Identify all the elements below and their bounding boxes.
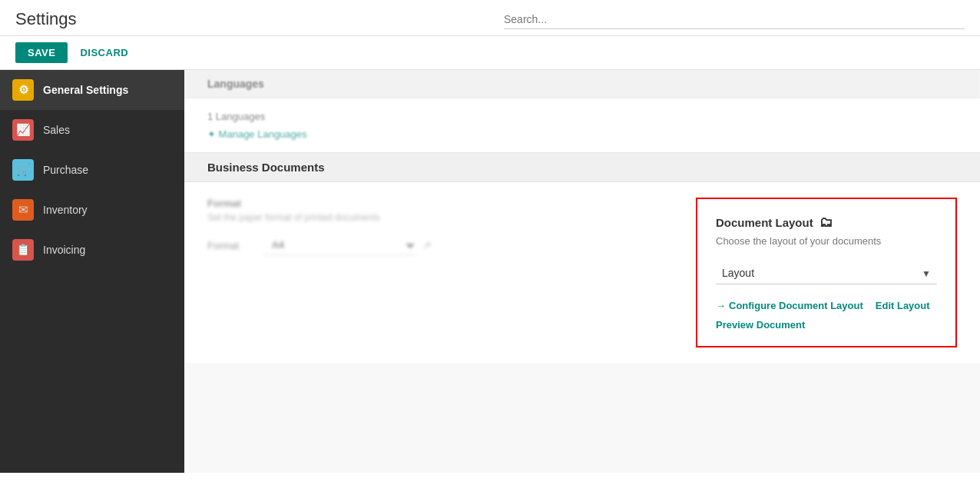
sidebar-item-inventory[interactable]: ✉ Inventory bbox=[0, 190, 184, 230]
preview-document-link[interactable]: Preview Document bbox=[716, 319, 937, 331]
sidebar-item-label-sales: Sales bbox=[43, 124, 70, 136]
format-row: Format A4 Letter ↗ bbox=[207, 235, 673, 255]
format-select[interactable]: A4 Letter bbox=[263, 235, 416, 255]
format-row-label: Format bbox=[207, 240, 253, 251]
doc-layout-title-text: Document Layout bbox=[716, 216, 813, 229]
arrow-icon: → bbox=[716, 300, 726, 311]
doc-layout-actions: → Configure Document Layout Edit Layout … bbox=[716, 300, 937, 331]
sidebar-item-purchase[interactable]: 🛒 Purchase bbox=[0, 150, 184, 190]
sidebar-item-label-inventory: Inventory bbox=[43, 204, 88, 216]
doc-layout-title: Document Layout 🗂 bbox=[716, 214, 937, 231]
invoicing-icon: 📋 bbox=[12, 239, 34, 261]
top-bar: Settings bbox=[0, 0, 980, 36]
sidebar-item-general[interactable]: ⚙ General Settings bbox=[0, 70, 184, 110]
edit-link-text: Edit Layout bbox=[876, 300, 930, 311]
document-layout-box: Document Layout 🗂 Choose the layout of y… bbox=[696, 198, 957, 347]
doc-layout-icon: 🗂 bbox=[819, 214, 833, 231]
sidebar-item-sales[interactable]: 📈 Sales bbox=[0, 110, 184, 150]
configure-link-text: Configure Document Layout bbox=[729, 300, 863, 311]
main-layout: ⚙ General Settings 📈 Sales 🛒 Purchase ✉ … bbox=[0, 70, 980, 473]
sidebar-item-label-invoicing: Invoicing bbox=[43, 244, 85, 256]
preview-link-text: Preview Document bbox=[716, 319, 805, 331]
format-description: Set the paper format of printed document… bbox=[207, 212, 673, 223]
purchase-icon: 🛒 bbox=[12, 159, 34, 181]
general-settings-icon: ⚙ bbox=[12, 79, 34, 101]
action-bar: SAVE DISCARD bbox=[0, 36, 980, 70]
discard-button[interactable]: DISCARD bbox=[68, 42, 141, 63]
languages-section-content: 1 Languages ✦ Manage Languages bbox=[184, 98, 980, 153]
layout-select[interactable]: Layout Light Boxed Bold Clean bbox=[716, 262, 937, 284]
doc-layout-description: Choose the layout of your documents bbox=[716, 235, 937, 247]
sidebar: ⚙ General Settings 📈 Sales 🛒 Purchase ✉ … bbox=[0, 70, 184, 473]
business-docs-header: Business Documents bbox=[184, 153, 980, 182]
inventory-icon: ✉ bbox=[12, 199, 34, 221]
edit-layout-link[interactable]: Edit Layout bbox=[876, 300, 930, 311]
configure-document-layout-link[interactable]: → Configure Document Layout bbox=[716, 300, 863, 311]
sidebar-item-invoicing[interactable]: 📋 Invoicing bbox=[0, 230, 184, 270]
business-docs-content: Format Set the paper format of printed d… bbox=[184, 182, 980, 363]
external-link-icon: ↗ bbox=[422, 239, 432, 251]
content-area: Languages 1 Languages ✦ Manage Languages… bbox=[184, 70, 980, 473]
sidebar-item-label-purchase: Purchase bbox=[43, 164, 88, 176]
preview-document-row: Preview Document bbox=[716, 319, 937, 331]
format-section: Format Set the paper format of printed d… bbox=[207, 198, 673, 255]
doc-layout-row1: → Configure Document Layout Edit Layout bbox=[716, 300, 937, 311]
search-input[interactable] bbox=[504, 10, 965, 29]
layout-select-wrapper: Layout Light Boxed Bold Clean ▼ bbox=[716, 262, 937, 284]
languages-section-header: Languages bbox=[184, 70, 980, 98]
sales-icon: 📈 bbox=[12, 119, 34, 141]
sidebar-item-label-general: General Settings bbox=[43, 84, 128, 96]
save-button[interactable]: SAVE bbox=[15, 42, 68, 63]
language-count: 1 Languages bbox=[207, 111, 957, 122]
page-title: Settings bbox=[15, 9, 77, 29]
format-label: Format bbox=[207, 198, 673, 209]
format-select-wrapper: A4 Letter ↗ bbox=[263, 235, 432, 255]
manage-languages-link[interactable]: ✦ Manage Languages bbox=[207, 128, 957, 140]
